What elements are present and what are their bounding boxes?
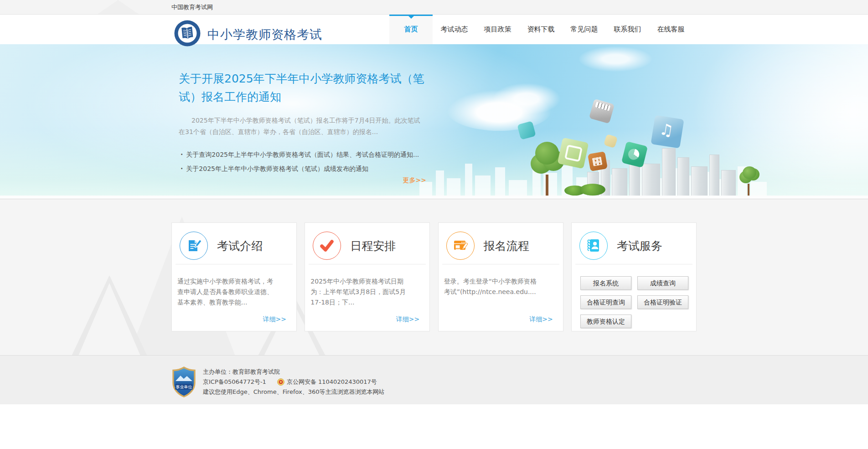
cube-decoration <box>651 115 684 148</box>
site-title: 中小学教师资格考试 <box>207 26 322 43</box>
card-schedule: 日程安排 2025年中小学教师资格考试日期 为：上半年笔试3月8日，面试5月 1… <box>305 222 430 331</box>
banner-summary: 2025年下半年中小学教师资格考试（笔试）报名工作将于7月4日开始。此次笔试在3… <box>179 115 421 138</box>
main-nav: 首页 考试动态 项目政策 资料下载 常见问题 联系我们 在线客服 <box>389 15 692 44</box>
service-button-cert-verify[interactable]: 合格证明验证 <box>637 295 688 309</box>
schedule-check-icon <box>313 232 341 260</box>
service-button-teacher-cert[interactable]: 教师资格认定 <box>580 315 631 328</box>
nav-item-policy[interactable]: 项目政策 <box>476 15 519 44</box>
nav-item-contact[interactable]: 联系我们 <box>606 15 649 44</box>
notice-link[interactable]: ·关于2025年上半年中小学教师资格考试（笔试）成绩发布的通知 <box>181 162 419 176</box>
detail-link[interactable]: 详细>> <box>263 315 286 324</box>
city-buildings <box>587 145 738 196</box>
nav-item-home[interactable]: 首页 <box>389 15 433 44</box>
more-link[interactable]: 更多>> <box>403 176 426 184</box>
footer-icp[interactable]: 京ICP备05064772号-1 <box>203 377 266 387</box>
card-body: 通过实施中小学教师资格考试，考 查申请人是否具备教师职业道德、 基本素养、教育教… <box>177 276 287 308</box>
service-button-scores[interactable]: 成绩查询 <box>637 276 688 290</box>
cube-decoration <box>558 138 589 169</box>
exam-intro-icon <box>180 232 208 260</box>
footer-police[interactable]: 京公网安备 11040202430017号 <box>287 377 377 387</box>
footer: 事业单位 主办单位：教育部教育考试院 京ICP备05064772号-1 京公网安… <box>0 355 868 404</box>
footer-organizer: 主办单位：教育部教育考试院 <box>203 367 385 377</box>
cube-decoration <box>589 99 615 124</box>
police-badge-icon <box>277 378 284 386</box>
card-exam-intro: 考试介绍 通过实施中小学教师资格考试，考 查申请人是否具备教师职业道德、 基本素… <box>171 222 297 331</box>
cube-decoration <box>588 151 608 171</box>
card-body: 2025年中小学教师资格考试日期 为：上半年笔试3月8日，面试5月 17-18日… <box>310 276 420 308</box>
tree-decoration <box>738 166 760 196</box>
features-section: 考试介绍 通过实施中小学教师资格考试，考 查申请人是否具备教师职业道德、 基本素… <box>0 199 868 355</box>
card-title: 日程安排 <box>350 238 396 253</box>
card-exam-services: 考试服务 报名系统成绩查询合格证明查询合格证明验证教师资格认定 <box>571 222 697 331</box>
banner-headline[interactable]: 关于开展2025年下半年中小学教师资格考试（笔试）报名工作的通知 <box>179 70 427 106</box>
service-button-signup[interactable]: 报名系统 <box>580 276 631 290</box>
cloud-decoration <box>579 46 652 72</box>
ground-decoration <box>0 196 868 199</box>
watermark-triangle <box>98 0 139 14</box>
notice-link[interactable]: ·关于查询2025年上半年中小学教师资格考试（面试）结果、考试合格证明的通知..… <box>181 148 419 162</box>
registration-icon <box>446 232 475 260</box>
card-body: 登录。考生登录“中小学教师资格 考试”(http://ntce.neea.edu… <box>444 276 554 297</box>
bush-decoration <box>580 184 605 196</box>
nav-item-service[interactable]: 在线客服 <box>649 15 692 44</box>
site-logo-icon[interactable] <box>174 20 201 47</box>
nav-item-downloads[interactable]: 资料下载 <box>519 15 563 44</box>
cloud-decoration <box>492 83 561 115</box>
service-button-cert-query[interactable]: 合格证明查询 <box>580 295 631 309</box>
svg-text:事业单位: 事业单位 <box>176 385 192 389</box>
detail-link[interactable]: 详细>> <box>396 315 419 324</box>
card-title: 报名流程 <box>484 238 529 253</box>
card-registration-flow: 报名流程 登录。考生登录“中小学教师资格 考试”(http://ntce.nee… <box>438 222 563 331</box>
notice-list: ·关于查询2025年上半年中小学教师资格考试（面试）结果、考试合格证明的通知..… <box>181 148 419 176</box>
card-title: 考试介绍 <box>217 238 263 253</box>
nav-item-faq[interactable]: 常见问题 <box>563 15 606 44</box>
header: 中小学教师资格考试 首页 考试动态 项目政策 资料下载 常见问题 联系我们 在线… <box>0 15 868 44</box>
detail-link[interactable]: 详细>> <box>529 315 553 324</box>
footer-browser-tip: 建议您使用Edge、Chrome、Firefox、360等主流浏览器浏览本网站 <box>203 387 385 397</box>
hero-banner: 关于开展2025年下半年中小学教师资格考试（笔试）报名工作的通知 2025年下半… <box>0 44 868 199</box>
institution-badge-icon: 事业单位 <box>172 366 196 397</box>
nav-item-news[interactable]: 考试动态 <box>433 15 476 44</box>
topbar: 中国教育考试网 <box>0 0 868 15</box>
page-bottom-space <box>0 404 868 448</box>
services-icon <box>579 232 608 260</box>
card-title: 考试服务 <box>617 238 662 253</box>
topbar-site-link[interactable]: 中国教育考试网 <box>171 4 213 10</box>
